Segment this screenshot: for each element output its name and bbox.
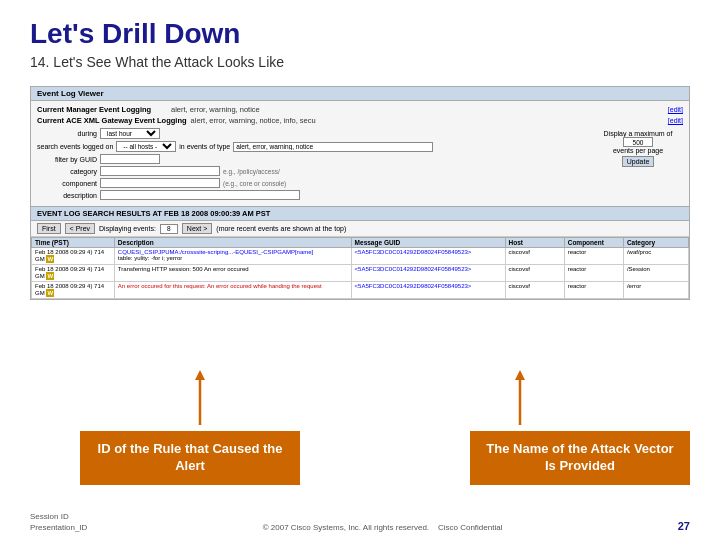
col-category: Category <box>623 238 688 248</box>
cell-guid: <5A5FC3DC0C014292D98024F05849523> <box>351 265 505 282</box>
events-per-page-label: events per page <box>595 147 681 154</box>
callout-left: ID of the Rule that Caused the Alert <box>80 431 300 485</box>
footer-presentation: Presentation_ID <box>30 523 87 532</box>
guid-filter-label: filter by GUID <box>37 156 97 163</box>
category-label: category <box>37 168 97 175</box>
results-table: Time (PST) Description Message GUID Host… <box>31 237 689 299</box>
cell-time: Feb 18 2008 09:29 4) 714 GM W <box>32 248 115 265</box>
update-button[interactable]: Update <box>622 156 655 167</box>
component-hint: (e.g., core or console) <box>223 180 286 187</box>
displaying-label: Displaying events: <box>99 225 156 232</box>
col-host: Host <box>505 238 564 248</box>
col-component: Component <box>564 238 623 248</box>
arrow-left <box>190 370 210 430</box>
cell-desc: CQUESI_CSIPJPUMA:/crosssite-scriping...-… <box>114 248 351 265</box>
category-hint: e.g., /policy/access/ <box>223 168 280 175</box>
ace-edit-link[interactable]: [edit] <box>668 117 683 124</box>
display-label: Display a maximum of <box>595 130 681 137</box>
panel-title: Event Log Viewer <box>31 87 689 101</box>
table-row: Feb 18 2008 09:29 4) 714 GM W CQUESI_CSI… <box>32 248 689 265</box>
cell-cat: /error <box>623 282 688 299</box>
table-row: Feb 18 2008 09:29 4) 714 GM W Transferri… <box>32 265 689 282</box>
nav-note: (more recent events are shown at the top… <box>216 225 346 232</box>
description-label: description <box>37 192 97 199</box>
component-label: component <box>37 180 97 187</box>
during-select[interactable]: last hour <box>100 128 160 139</box>
cell-comp: reactor <box>564 282 623 299</box>
footer-page-number: 27 <box>678 520 690 532</box>
cell-desc: Transferring HTTP session: 500 An error … <box>114 265 351 282</box>
arrow-right <box>510 370 530 430</box>
cell-time: Feb 18 2008 09:29 4) 714 GM W <box>32 265 115 282</box>
description-input[interactable] <box>100 190 300 200</box>
display-count-box[interactable] <box>160 224 178 234</box>
guid-filter-input[interactable] <box>100 154 160 164</box>
col-description: Description <box>114 238 351 248</box>
in-events-label: in events of type <box>179 143 230 150</box>
col-time: Time (PST) <box>32 238 115 248</box>
during-label: during <box>37 130 97 137</box>
component-input[interactable] <box>100 178 220 188</box>
cm-logging-value: alert, error, warning, notice <box>171 105 664 114</box>
event-log-panel: Event Log Viewer Current Manager Event L… <box>30 86 690 300</box>
svg-marker-3 <box>515 370 525 380</box>
footer-copyright: © 2007 Cisco Systems, Inc. All rights re… <box>263 523 429 532</box>
cell-comp: reactor <box>564 265 623 282</box>
col-guid: Message GUID <box>351 238 505 248</box>
cell-host: ciscovsf <box>505 248 564 265</box>
search-results-bar: EVENT LOG SEARCH RESULTS AT FEB 18 2008 … <box>31 206 689 221</box>
display-count-input[interactable] <box>623 137 653 147</box>
callout-right: The Name of the Attack Vector Is Provide… <box>470 431 690 485</box>
category-input[interactable] <box>100 166 220 176</box>
ace-logging-value: alert, error, warning, notice, info, sec… <box>191 116 664 125</box>
footer-session: Session ID <box>30 512 87 521</box>
footer-confidential: Cisco Confidential <box>438 523 502 532</box>
ace-logging-label: Current ACE XML Gateway Event Logging <box>37 116 187 125</box>
cell-desc: An error occured for this request: An er… <box>114 282 351 299</box>
page-title: Let's Drill Down <box>30 18 690 50</box>
table-row: Feb 18 2008 09:29 4) 714 GM W An error o… <box>32 282 689 299</box>
cell-guid: <5A5FC3DC0C014292D98024F05849523> <box>351 282 505 299</box>
cell-host: ciscovsf <box>505 282 564 299</box>
cm-edit-link[interactable]: [edit] <box>668 106 683 113</box>
first-button[interactable]: First <box>37 223 61 234</box>
cm-logging-label: Current Manager Event Logging <box>37 105 167 114</box>
search-events-label: search events logged on <box>37 143 113 150</box>
svg-marker-1 <box>195 370 205 380</box>
cell-host: ciscovsf <box>505 265 564 282</box>
event-type-input[interactable] <box>233 142 433 152</box>
callout-left-label: ID of the Rule that Caused the Alert <box>98 441 283 473</box>
host-select[interactable]: -- all hosts -- <box>116 141 176 152</box>
page-subtitle: 14. Let's See What the Attack Looks Like <box>30 54 690 70</box>
callout-right-label: The Name of the Attack Vector Is Provide… <box>486 441 673 473</box>
cell-cat: /waf/proc <box>623 248 688 265</box>
prev-button[interactable]: < Prev <box>65 223 95 234</box>
cell-time: Feb 18 2008 09:29 4) 714 GM W <box>32 282 115 299</box>
footer: Session ID Presentation_ID © 2007 Cisco … <box>30 512 690 532</box>
cell-cat: /Session <box>623 265 688 282</box>
cell-guid: <5A5FC3DC0C014292D98024F05849523> <box>351 248 505 265</box>
next-button[interactable]: Next > <box>182 223 212 234</box>
cell-comp: reactor <box>564 248 623 265</box>
